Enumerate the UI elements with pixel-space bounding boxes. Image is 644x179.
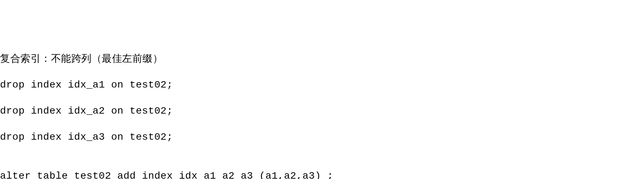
sql-alter-add-index: alter table test02 add index idx_a1_a2_a… bbox=[0, 170, 644, 179]
sql-drop-index-a1: drop index idx_a1 on test02; bbox=[0, 79, 644, 91]
heading-line: 复合索引：不能跨列（最佳左前缀） bbox=[0, 53, 644, 66]
sql-drop-index-a3: drop index idx_a3 on test02; bbox=[0, 131, 644, 144]
sql-drop-index-a2: drop index idx_a2 on test02; bbox=[0, 105, 644, 118]
